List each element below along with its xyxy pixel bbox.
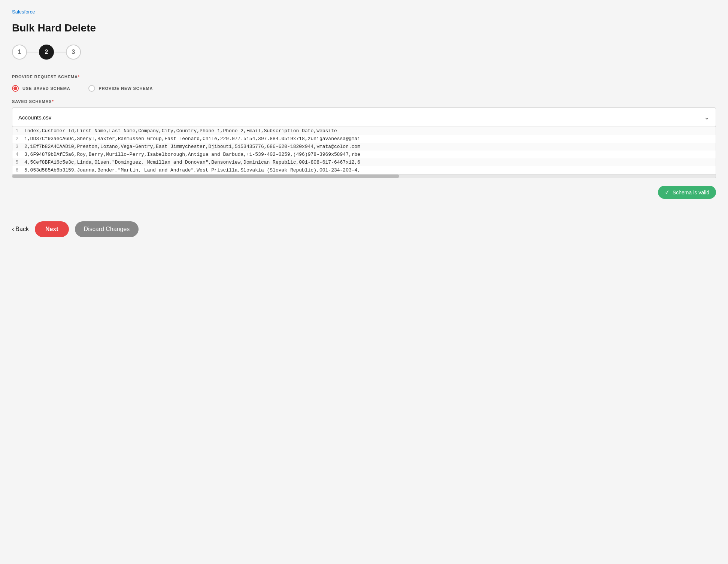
saved-schemas-label: SAVED SCHEMAS* <box>12 99 716 104</box>
step-connector-2 <box>54 52 66 52</box>
radio-group: USE SAVED SCHEMA PROVIDE NEW SCHEMA <box>12 85 716 92</box>
valid-badge-label: Schema is valid <box>673 189 709 195</box>
schema-valid-badge: ✓ Schema is valid <box>658 186 716 199</box>
radio-label-provide-new: PROVIDE NEW SCHEMA <box>99 86 153 91</box>
next-button[interactable]: Next <box>35 221 69 237</box>
back-button[interactable]: ‹ Back <box>12 226 29 233</box>
discard-button[interactable]: Discard Changes <box>75 221 139 237</box>
scrollbar-thumb <box>12 175 399 178</box>
csv-line: 1Index,Customer Id,First Name,Last Name,… <box>12 127 716 135</box>
schema-section-label: PROVIDE REQUEST SCHEMA* <box>12 75 716 79</box>
footer: ‹ Back Next Discard Changes <box>12 221 716 237</box>
radio-label-use-saved: USE SAVED SCHEMA <box>22 86 70 91</box>
radio-provide-new[interactable]: PROVIDE NEW SCHEMA <box>88 85 153 92</box>
radio-use-saved[interactable]: USE SAVED SCHEMA <box>12 85 70 92</box>
csv-line: 21,DD37Cf93aecA6Dc,Sheryl,Baxter,Rasmuss… <box>12 135 716 143</box>
csv-line: 32,1Ef7b82A4CAAD10,Preston,Lozano,Vega-G… <box>12 143 716 151</box>
csv-preview: 1Index,Customer Id,First Name,Last Name,… <box>12 127 716 178</box>
chevron-down-icon: ⌄ <box>704 113 710 121</box>
page-title: Bulk Hard Delete <box>12 22 716 34</box>
breadcrumb[interactable]: Salesforce <box>12 9 716 15</box>
step-3[interactable]: 3 <box>66 45 81 60</box>
back-chevron-icon: ‹ <box>12 226 14 233</box>
csv-line: 65,053d585Ab6b3159,Joanna,Bender,"Martin… <box>12 166 716 174</box>
checkmark-icon: ✓ <box>665 189 670 196</box>
step-2[interactable]: 2 <box>39 45 54 60</box>
csv-line: 54,5Cef8BFA16c5e3c,Linda,Olsen,"Domingue… <box>12 158 716 166</box>
scrollbar-track[interactable] <box>12 174 716 178</box>
radio-dot-use-saved <box>12 85 19 92</box>
schema-select[interactable]: Accounts.csv ⌄ <box>12 107 716 127</box>
csv-line: 43,6F94879bDAfE5a6,Roy,Berry,Murillo-Per… <box>12 151 716 158</box>
step-connector-1 <box>27 52 39 52</box>
radio-dot-provide-new <box>88 85 95 92</box>
schema-select-value: Accounts.csv <box>18 114 51 121</box>
step-1[interactable]: 1 <box>12 45 27 60</box>
stepper: 1 2 3 <box>12 45 716 60</box>
csv-scroll-area[interactable]: 1Index,Customer Id,First Name,Last Name,… <box>12 127 716 174</box>
